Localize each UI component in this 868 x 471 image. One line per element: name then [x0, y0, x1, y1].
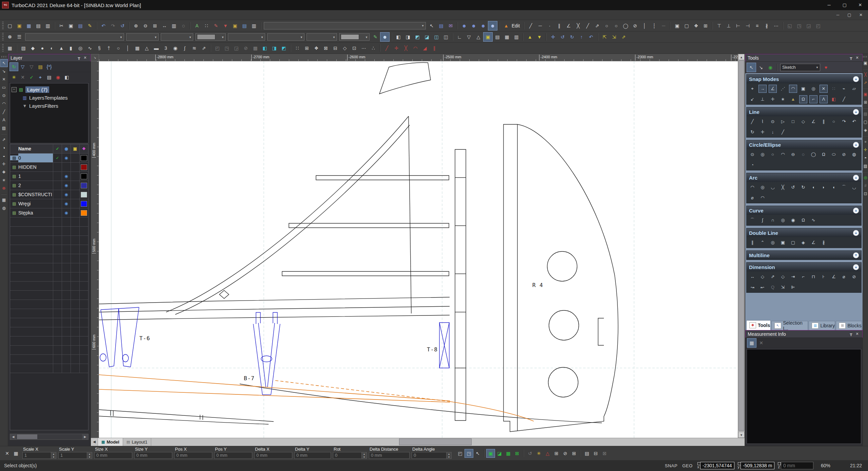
pen-line-icon[interactable]: ╱	[526, 21, 535, 30]
array-edit-icon[interactable]: ⊡	[350, 44, 359, 53]
pattern-icon[interactable]: ∴	[369, 44, 378, 53]
snap-entity-icon[interactable]: ⌁	[840, 85, 848, 93]
space-evenly-icon[interactable]: ⋯	[772, 21, 781, 30]
part-outline[interactable]	[99, 416, 269, 424]
field-spinner[interactable]: ▴▾	[87, 452, 92, 459]
collapse-icon[interactable]: −	[12, 87, 17, 92]
arc-tool-icon[interactable]: ◠	[1, 100, 7, 107]
trim-icon[interactable]: ╱	[382, 44, 391, 53]
dim-radius-icon[interactable]: ⌀	[840, 273, 848, 281]
paste-icon[interactable]: ▤	[76, 21, 85, 30]
layer-visible-cell[interactable]: ◉	[62, 153, 71, 162]
part-outline[interactable]	[99, 306, 450, 312]
frame-template[interactable]	[258, 323, 266, 387]
section-header[interactable]: Arc▲	[747, 173, 861, 182]
toggle-bw-icon[interactable]: ◧	[63, 73, 71, 81]
revolve-icon[interactable]: ◉	[171, 44, 180, 53]
double-rect-icon[interactable]: ▢	[789, 239, 797, 246]
circle-icon[interactable]: ○	[612, 21, 620, 30]
sketch-line-icon[interactable]: ↻	[749, 128, 756, 136]
export-icon[interactable]: ▤	[240, 21, 249, 30]
layer-active-cell[interactable]	[53, 199, 62, 208]
layer-tree-item-templates[interactable]: ▥ LayersTemplates	[12, 94, 87, 102]
thread-icon[interactable]: §	[95, 44, 104, 53]
dim-quick-leader-icon[interactable]: Q	[769, 284, 776, 291]
scroll-up-icon[interactable]: ▲	[738, 54, 745, 60]
screw-icon[interactable]: †	[104, 44, 113, 53]
spinner-up-icon[interactable]: ▴	[362, 452, 367, 455]
options-gear-icon[interactable]: ☸	[1, 185, 7, 192]
import-icon[interactable]: ▣	[231, 21, 239, 30]
tab-tools[interactable]: ❖Tools	[746, 320, 771, 330]
profile-combo[interactable]: Sketch▾	[780, 64, 820, 71]
cloud-icon[interactable]: Ω	[800, 217, 807, 224]
field-input[interactable]: 1	[58, 452, 87, 459]
no-border-icon[interactable]: ⊠	[600, 449, 609, 457]
favorites-icon[interactable]: ♥	[822, 63, 830, 72]
print-icon[interactable]: ▤	[34, 21, 43, 30]
angle-line-icon[interactable]: ∠	[564, 21, 573, 30]
field-spinner[interactable]: ▴▾	[447, 452, 452, 459]
drawing-svg[interactable]: T-6B-7T-8R 4	[99, 61, 738, 438]
layer-lock-cell[interactable]	[71, 190, 79, 199]
bring-front-icon[interactable]: ◱	[785, 21, 794, 30]
parallel-line-icon[interactable]: ∥	[555, 21, 564, 30]
view-front-icon[interactable]: ◨	[403, 33, 412, 41]
clipboard-up-icon[interactable]: ⊞	[863, 99, 868, 106]
undo-icon[interactable]: ↶	[99, 21, 108, 30]
extend-icon[interactable]: ✛	[392, 44, 401, 53]
keel-line[interactable]	[99, 375, 450, 401]
redo-icon[interactable]: ↷	[108, 21, 117, 30]
arc-smile-icon[interactable]: ◡	[850, 184, 858, 191]
workplane-world-icon[interactable]: ▦	[502, 33, 511, 41]
collapse-chevron-icon[interactable]: ▲	[853, 264, 859, 270]
circle-center-icon[interactable]: ⊙	[749, 151, 756, 158]
rectangle-icon[interactable]: □	[789, 118, 797, 125]
close-icon[interactable]: ✕	[854, 332, 860, 336]
wedge-icon[interactable]: ◆	[28, 44, 37, 53]
arc-tangent-icon[interactable]: ╳	[779, 184, 787, 191]
text-style-combo[interactable]: ▾	[307, 33, 337, 41]
snap-none-icon[interactable]: ╱	[840, 96, 848, 103]
section-header[interactable]: Double Line▲	[747, 228, 861, 237]
align-middle-icon[interactable]: ≡	[753, 21, 762, 30]
snap-run-ortho-icon[interactable]: ⇱	[600, 33, 609, 41]
workplane-entity-icon[interactable]: ▽	[465, 33, 473, 41]
layer-row[interactable]: ▤Wręgi◉	[10, 199, 88, 208]
delete-layer-icon[interactable]: ✕	[19, 73, 27, 81]
circle-tan-point-icon[interactable]: Ω	[820, 151, 827, 158]
arc-radius-icon[interactable]: ⌀	[749, 194, 756, 202]
line-tool-icon[interactable]: ╱	[1, 108, 7, 116]
bring-forward-icon[interactable]: ◲	[804, 21, 813, 30]
chamfer-icon[interactable]: ◢	[420, 44, 429, 53]
edit-node-icon[interactable]: ↘	[756, 63, 765, 72]
publish-pdf-icon[interactable]: ▼	[221, 21, 230, 30]
layer-active-cell[interactable]	[53, 208, 62, 217]
layer-active-cell[interactable]	[53, 190, 62, 199]
cone-icon[interactable]: ▲	[57, 44, 66, 53]
layer-color-cell[interactable]	[79, 199, 88, 208]
perpendicular-line-icon[interactable]: ∠	[810, 118, 817, 125]
part-outline[interactable]	[240, 384, 602, 423]
color-column-icon[interactable]: ❖	[79, 144, 88, 153]
field-spinner[interactable]: ▴▾	[51, 452, 56, 459]
no-fill-icon[interactable]: ⊘	[631, 21, 639, 30]
snap-magnetic-icon[interactable]: ⌖	[749, 85, 756, 93]
dim-ordinate-icon[interactable]: ⇥	[789, 273, 797, 281]
layer-color-cell[interactable]	[79, 153, 88, 162]
ellipse-icon[interactable]: ◯	[621, 21, 630, 30]
layer-lock-cell[interactable]	[71, 163, 79, 171]
scrollbar-thumb[interactable]	[399, 438, 472, 445]
group-icon[interactable]: ▣	[673, 21, 682, 30]
double-perpendicular-icon[interactable]: ∠	[810, 239, 817, 246]
sweep-icon[interactable]: ∫	[180, 44, 189, 53]
dim-area-icon[interactable]: ⇲	[779, 284, 787, 291]
filter-icon[interactable]: ▽	[19, 63, 27, 71]
frame-template[interactable]	[271, 324, 280, 395]
snap-run-track-icon[interactable]: ⇗	[619, 33, 628, 41]
field-input[interactable]: 0	[412, 452, 447, 459]
zoom-page-icon[interactable]: ▥	[170, 21, 178, 30]
edit-tool-icon[interactable]: ▲	[502, 21, 511, 30]
scroll-right-icon[interactable]: ▶	[82, 434, 88, 439]
circle-tan-arc-icon[interactable]: ◠	[779, 151, 787, 158]
